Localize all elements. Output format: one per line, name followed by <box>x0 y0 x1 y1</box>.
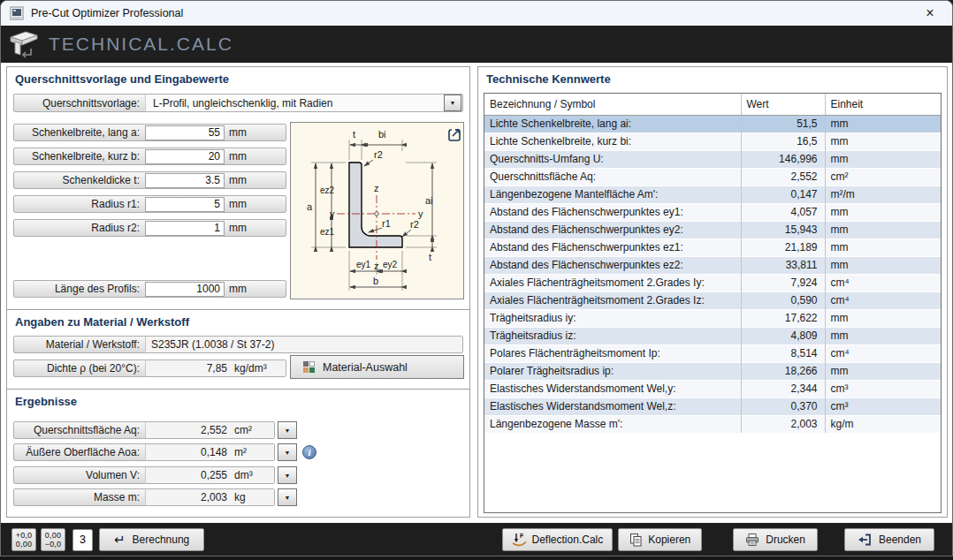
table-row[interactable]: Längenbezogene Mantelfläche Am': 0,147 m… <box>484 185 941 203</box>
result-value: 0,255 <box>146 469 227 481</box>
increase-decimals-button[interactable]: +0,0 0,00 <box>11 528 36 551</box>
cell-name: Abstand des Flächenschwerpunktes ez2: <box>484 256 741 274</box>
section-inputs-title: Querschnittsvorlage und Eingabewerte <box>15 72 229 86</box>
deflection-calc-button[interactable]: F Deflection.Calc <box>502 528 614 551</box>
section-results: Ergebnisse Querschnittsfläche Aq: 2,552 … <box>6 389 470 518</box>
cell-unit: mm <box>825 203 941 221</box>
field-unit: mm <box>225 150 247 163</box>
table-row[interactable]: Abstand des Flächenschwerpunktes ez2: 33… <box>484 256 941 274</box>
field-unit: mm <box>225 174 247 186</box>
table-row[interactable]: Axiales Flächenträgheitsmoment 2.Grades … <box>484 291 941 309</box>
cell-value: 2,552 <box>741 168 825 185</box>
t-profile-logo-icon <box>8 29 40 59</box>
field-input[interactable] <box>145 125 225 140</box>
table-row[interactable]: Trägheitsradius iz: 4,809 mm <box>484 327 941 344</box>
table-row[interactable]: Elastisches Widerstandsmoment Wel,z: 0,3… <box>484 397 941 415</box>
table-row[interactable]: Abstand des Flächenschwerpunktes ey2: 15… <box>484 221 941 238</box>
enter-icon: ↵ <box>114 533 126 546</box>
density-label: Dichte ρ (bei 20°C): <box>14 362 145 375</box>
density-row: Dichte ρ (bei 20°C): 7,85 kg/dm³ <box>13 359 286 377</box>
template-combobox[interactable]: Querschnittsvorlage: L-Profil, ungleichs… <box>13 94 463 112</box>
table-row[interactable]: Abstand des Flächenschwerpunktes ez1: 21… <box>484 238 941 256</box>
print-button[interactable]: Drucken <box>733 528 818 551</box>
cell-name: Elastisches Widerstandsmoment Wel,y: <box>484 380 741 397</box>
cell-name: Axiales Flächenträgheitsmoment 2.Grades … <box>484 291 741 309</box>
field-input[interactable] <box>145 149 225 164</box>
cell-name: Längenbezogene Masse m': <box>484 415 741 433</box>
result-unit-dropdown-icon[interactable]: ▼ <box>278 488 297 506</box>
svg-text:t: t <box>429 252 431 262</box>
exit-button[interactable]: Beenden <box>844 528 934 551</box>
field-label: Schenkeldicke t: <box>14 174 145 186</box>
density-unit: kg/dm³ <box>234 362 267 375</box>
table-row[interactable]: Querschnitts-Umfang U: 146,996 mm <box>484 150 941 168</box>
table-row[interactable]: Polarer Trägheitsradius ip: 18,266 mm <box>484 362 941 380</box>
cell-value: 33,811 <box>741 256 825 274</box>
template-selected-value[interactable]: L-Profil, ungleichschenklig, mit Radien <box>145 95 444 111</box>
open-diagram-icon[interactable] <box>449 130 460 140</box>
svg-text:ey1: ey1 <box>356 260 371 269</box>
result-row: Volumen V: 0,255 dm³ <box>13 466 275 484</box>
cell-name: Polares Flächenträgheitsmoment Ip: <box>484 344 741 362</box>
header-name[interactable]: Bezeichnung / Symbol <box>484 94 741 115</box>
printer-icon <box>745 533 759 547</box>
cell-value: 17,622 <box>741 309 825 327</box>
cell-name: Trägheitsradius iy: <box>484 309 741 327</box>
result-row: Querschnittsfläche Aq: 2,552 cm² <box>13 421 275 439</box>
svg-text:F: F <box>520 533 524 539</box>
table-row[interactable]: Längenbezogene Masse m': 2,003 kg/m <box>484 415 941 433</box>
decimals-count-input[interactable] <box>72 529 93 551</box>
length-label: Länge des Profils: <box>14 283 145 295</box>
length-input[interactable] <box>145 282 225 297</box>
result-value: 2,003 <box>146 491 227 503</box>
table-row[interactable]: Polares Flächenträgheitsmoment Ip: 8,514… <box>484 344 941 362</box>
field-input[interactable] <box>145 221 225 236</box>
svg-text:a: a <box>307 201 313 212</box>
header-unit[interactable]: Einheit <box>825 94 941 115</box>
footer-bar: +0,0 0,00 0,00 −0,0 ↵ Berechnung F Defle… <box>1 523 952 556</box>
characteristics-table[interactable]: Bezeichnung / Symbol Wert Einheit Lichte… <box>484 93 942 513</box>
cell-value: 15,943 <box>741 221 825 238</box>
table-row[interactable]: Lichte Schenkelbreite, lang ai: 51,5 mm <box>484 115 941 132</box>
field-input[interactable] <box>145 197 225 212</box>
field-unit: mm <box>225 126 247 139</box>
table-row[interactable]: Lichte Schenkelbreite, kurz bi: 16,5 mm <box>484 132 941 150</box>
cell-name: Elastisches Widerstandsmoment Wel,z: <box>484 397 741 415</box>
dimension-field-row: Schenkeldicke t: mm <box>13 171 286 189</box>
copy-button[interactable]: Kopieren <box>618 528 702 551</box>
cell-unit: cm³ <box>825 380 941 397</box>
l-profile-shape <box>349 163 402 247</box>
table-header-row: Bezeichnung / Symbol Wert Einheit <box>484 94 941 115</box>
table-row[interactable]: Trägheitsradius iy: 17,622 mm <box>484 309 941 327</box>
cell-name: Trägheitsradius iz: <box>484 327 741 344</box>
section-material: Angaben zu Material / Werkstoff Material… <box>6 309 470 390</box>
material-select-button[interactable]: Material-Auswahl <box>290 355 464 379</box>
decrease-decimals-button[interactable]: 0,00 −0,0 <box>41 528 65 551</box>
table-row[interactable]: Axiales Flächenträgheitsmoment 2.Grades … <box>484 274 941 291</box>
header-value[interactable]: Wert <box>741 94 825 115</box>
info-icon[interactable]: i <box>302 445 316 459</box>
cell-value: 2,344 <box>741 380 825 397</box>
result-unit-dropdown-icon[interactable]: ▼ <box>278 466 297 484</box>
close-button[interactable]: × <box>917 1 943 26</box>
calculate-button[interactable]: ↵ Berechnung <box>99 528 204 551</box>
field-input[interactable] <box>145 173 225 188</box>
template-dropdown-arrow-icon[interactable]: ▼ <box>444 95 461 111</box>
table-row[interactable]: Abstand des Flächenschwerpunktes ey1: 4,… <box>484 203 941 221</box>
brand-bar: TECHNICAL.CALC <box>1 26 952 63</box>
result-unit-dropdown-icon[interactable]: ▼ <box>278 443 297 461</box>
deflection-icon: F <box>512 533 527 547</box>
length-field-row: Länge des Profils: mm <box>13 280 286 298</box>
svg-text:b: b <box>373 276 378 286</box>
cell-unit: cm⁴ <box>825 291 941 309</box>
svg-text:ai: ai <box>425 195 433 206</box>
field-unit: mm <box>225 198 247 210</box>
table-row[interactable]: Querschnittsfläche Aq: 2,552 cm² <box>484 168 941 185</box>
svg-text:r2: r2 <box>410 219 419 230</box>
table-row[interactable]: Elastisches Widerstandsmoment Wel,y: 2,3… <box>484 380 941 397</box>
svg-text:ez1: ez1 <box>320 227 335 237</box>
material-label: Material / Werkstoff: <box>14 338 145 351</box>
cell-unit: cm² <box>825 168 941 185</box>
result-unit-dropdown-icon[interactable]: ▼ <box>278 421 297 439</box>
cell-name: Lichte Schenkelbreite, lang ai: <box>484 115 741 132</box>
